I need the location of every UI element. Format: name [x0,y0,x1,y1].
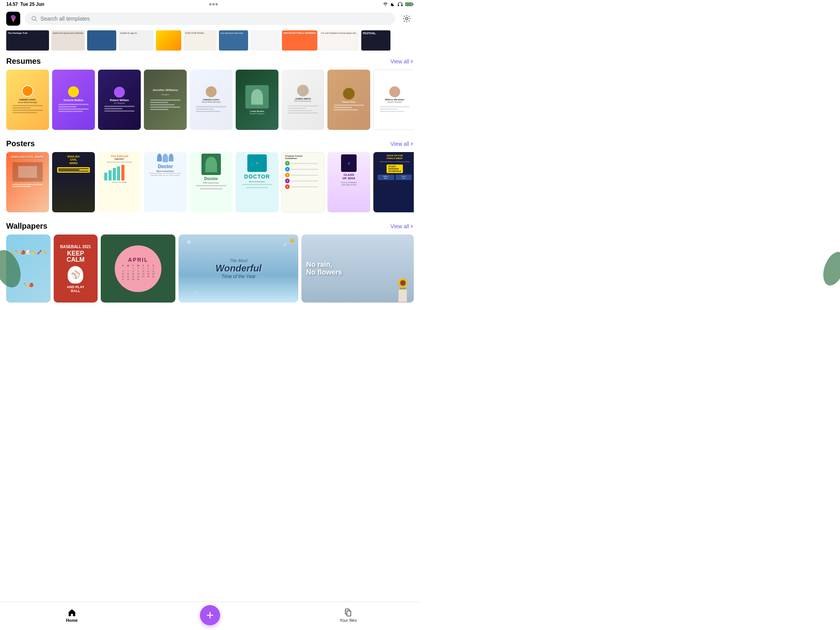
resumes-cards-row[interactable]: Isabella Linton Social Media Manager Vic… [6,70,414,135]
moon-icon [390,2,395,7]
resume-card[interactable]: Robert William UX Designer [98,70,141,130]
posters-view-all[interactable]: View all [390,141,414,147]
resume-card[interactable]: JAMES SMITH PROFESSIONAL [282,70,324,130]
svg-line-9 [35,20,37,21]
wallpaper-card[interactable]: APRIL S M T W T F S 1 [101,234,175,303]
logo[interactable] [6,12,20,26]
poster-card[interactable]: ENGLISHCIVILWARS [52,152,95,212]
chevron-right-icon [410,224,414,228]
header [0,9,420,29]
search-bar[interactable] [25,12,395,25]
preview-thumb[interactable]: TOUR YOUR ADVEN... [184,30,217,51]
resumes-view-all[interactable]: View all [390,58,414,65]
svg-rect-6 [413,4,413,5]
resume-card[interactable]: Jennifer Williams Designer [144,70,187,130]
poster-card[interactable]: 🔫 DOCTOR Work environment: [236,152,278,212]
preview-thumb[interactable]: The Heritage Trail [6,30,49,51]
resumes-section: Resumes View all Isabella Linton Social … [0,52,420,135]
resume-card[interactable]: Isabella Linton Social Media Manager [190,70,233,130]
preview-thumb[interactable] [250,30,280,51]
wallpaper-card[interactable]: ❄ ❄ ❄ 👑 The Most Wonderful Time of the Y… [178,234,298,303]
svg-point-10 [406,18,408,20]
resume-card[interactable]: Linda Brown Graphic Designer [236,70,278,130]
resume-card[interactable]: Victoria Wotton [52,70,95,130]
preview-thumb[interactable] [156,30,181,51]
poster-card[interactable]: 👤 CLASSOF 20XX Time to Celebrate! June 1… [327,152,370,212]
poster-card[interactable]: ENGLISH CIVIL WARS [6,152,49,212]
svg-rect-3 [398,5,399,6]
posters-section: Posters View all ENGLISH CIVIL WARS [0,135,420,217]
preview-thumb[interactable]: FESTIVAL [361,30,390,51]
preview-thumb[interactable]: Your adventure starts here [219,30,248,51]
time: 14.57 [6,2,18,7]
status-icons [383,2,414,7]
svg-point-2 [215,3,218,5]
battery-icon [405,2,414,6]
wifi-icon [383,2,388,6]
preview-thumb[interactable]: Explore the natural side of Morrella [51,30,85,51]
preview-strip[interactable]: The Heritage Trail Explore the natural s… [0,29,420,52]
wallpaper-card[interactable]: 🌻 No rain,No flowers [301,234,414,303]
settings-icon [402,14,411,23]
preview-thumb[interactable]: Suitable for ages 8+ [119,30,154,51]
chevron-right-icon [410,142,414,146]
preview-thumb[interactable]: For a full schedule of events please vis… [320,30,359,51]
wallpapers-view-all[interactable]: View all [390,223,414,229]
status-bar: 14.57 Tue 25 Jun [0,0,420,9]
svg-rect-4 [401,5,402,6]
preview-thumb[interactable] [87,30,116,51]
date: Tue 25 Jun [20,2,44,7]
posters-header: Posters View all [6,139,414,148]
resume-card[interactable]: Isabella Linton Social Media Manager [6,70,49,130]
wallpapers-title: Wallpapers [6,222,47,231]
svg-point-1 [212,3,215,5]
poster-card[interactable]: The Internet FUN FACT Internet Users Ove… [98,152,141,212]
poster-card[interactable]: Creative CornerGuidelines 1 2 3 [282,152,324,212]
wallpaper-card[interactable]: BASEBALL 2021 KEEPCALM ⚾ AND PLAYBALL [54,234,98,303]
wallpapers-header: Wallpapers View all [6,222,414,231]
preview-thumb[interactable]: UNFORGETTABLE SUMMER! [282,30,318,51]
poster-card[interactable]: Doctor Work environment: [190,152,233,212]
posters-cards-row[interactable]: ENGLISH CIVIL WARS ENGLISHCIVILWARS [6,152,414,217]
resume-card[interactable]: Wilkins Micawber Graphic Designer [373,70,414,130]
search-icon [31,16,37,22]
main-content: Resumes View all Isabella Linton Social … [0,52,420,336]
poster-card[interactable]: GEAR UP FORFINALS WEEK with Study Sessio… [373,152,414,212]
chevron-right-icon [410,60,414,63]
resume-card[interactable]: Fanny Price [327,70,370,130]
wallpapers-section: Wallpapers View all 📏 ✏️ 🍎 📝 📐 🖍️ [0,217,420,304]
settings-button[interactable] [400,12,414,26]
headphones-icon [397,2,403,7]
poster-card[interactable]: Doctor Work environment: Working conditi… [144,152,187,212]
resumes-title: Resumes [6,57,41,66]
wallpapers-cards-row[interactable]: 📏 ✏️ 🍎 📝 📐 🖍️ 📏 ✏️ 🍎 BASEBALL 2021 KEEPC… [6,234,414,304]
svg-rect-7 [406,3,412,5]
search-input[interactable] [40,16,389,22]
status-center [209,2,218,7]
svg-point-0 [209,3,212,5]
posters-title: Posters [6,139,35,148]
resumes-header: Resumes View all [6,57,414,66]
